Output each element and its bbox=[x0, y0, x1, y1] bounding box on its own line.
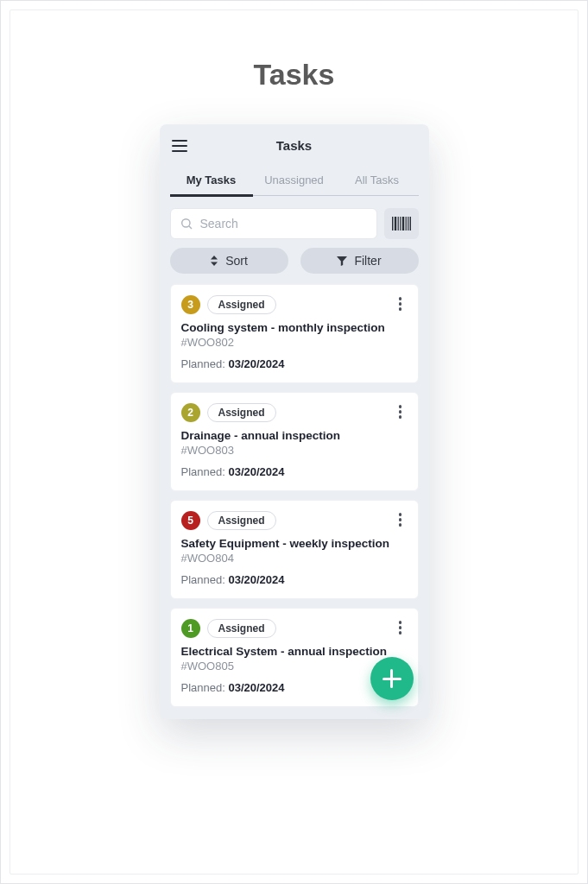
svg-rect-9 bbox=[409, 217, 410, 230]
task-id: #WOO802 bbox=[181, 336, 408, 349]
task-card-header: 2Assigned bbox=[181, 403, 408, 422]
status-chip: Assigned bbox=[207, 403, 276, 422]
planned-label: Planned: bbox=[181, 465, 229, 478]
task-card[interactable]: 5AssignedSafety Equipment - weekly inspe… bbox=[170, 500, 419, 599]
task-title: Drainage - annual inspection bbox=[181, 429, 408, 442]
kebab-menu-button[interactable] bbox=[392, 511, 409, 528]
task-card-header: 1Assigned bbox=[181, 619, 408, 638]
kebab-menu-button[interactable] bbox=[392, 619, 409, 636]
search-row bbox=[160, 196, 429, 248]
planned-label: Planned: bbox=[181, 681, 229, 694]
filter-icon bbox=[337, 256, 347, 266]
planned-label: Planned: bbox=[181, 357, 229, 370]
tab-bar: My Tasks Unassigned All Tasks bbox=[170, 167, 419, 196]
task-card[interactable]: 3AssignedCooling system - monthly inspec… bbox=[170, 284, 419, 383]
priority-badge: 5 bbox=[181, 511, 200, 530]
planned-date: 03/20/2024 bbox=[228, 465, 284, 478]
search-box[interactable] bbox=[170, 208, 377, 239]
sort-button[interactable]: Sort bbox=[170, 248, 288, 274]
barcode-button[interactable] bbox=[384, 208, 419, 239]
search-input[interactable] bbox=[200, 217, 368, 230]
task-planned: Planned: 03/20/2024 bbox=[181, 465, 408, 478]
svg-point-0 bbox=[181, 219, 189, 227]
sort-icon bbox=[210, 256, 218, 266]
kebab-menu-button[interactable] bbox=[392, 403, 409, 420]
svg-rect-4 bbox=[397, 217, 398, 230]
phone-frame: Tasks My Tasks Unassigned All Tasks bbox=[160, 124, 429, 719]
planned-date: 03/20/2024 bbox=[228, 573, 284, 586]
search-icon bbox=[180, 217, 193, 230]
app-title: Tasks bbox=[172, 138, 417, 153]
task-planned: Planned: 03/20/2024 bbox=[181, 573, 408, 586]
priority-badge: 2 bbox=[181, 403, 200, 422]
add-task-fab[interactable] bbox=[370, 657, 414, 700]
app-header: Tasks bbox=[160, 124, 429, 161]
svg-rect-8 bbox=[408, 217, 408, 230]
status-chip: Assigned bbox=[207, 619, 276, 638]
task-id: #WOO804 bbox=[181, 552, 408, 565]
task-id: #WOO803 bbox=[181, 444, 408, 457]
priority-badge: 3 bbox=[181, 295, 200, 314]
kebab-icon bbox=[399, 410, 402, 414]
svg-line-1 bbox=[189, 226, 192, 229]
planned-date: 03/20/2024 bbox=[228, 681, 284, 694]
task-title: Cooling system - monthly inspection bbox=[181, 321, 408, 334]
sort-filter-row: Sort Filter bbox=[160, 248, 429, 284]
sort-label: Sort bbox=[225, 254, 248, 268]
svg-marker-12 bbox=[337, 256, 347, 266]
tab-my-tasks[interactable]: My Tasks bbox=[170, 167, 253, 195]
kebab-icon bbox=[399, 626, 402, 629]
tab-unassigned[interactable]: Unassigned bbox=[253, 167, 336, 195]
barcode-icon bbox=[392, 217, 411, 230]
svg-marker-11 bbox=[211, 262, 218, 267]
svg-rect-7 bbox=[405, 217, 406, 230]
task-title: Safety Equipment - weekly inspection bbox=[181, 537, 408, 550]
filter-label: Filter bbox=[354, 254, 381, 268]
task-card-header: 5Assigned bbox=[181, 511, 408, 530]
priority-badge: 1 bbox=[181, 619, 200, 638]
task-list: 3AssignedCooling system - monthly inspec… bbox=[160, 284, 429, 707]
task-title: Electrical System - annual inspection bbox=[181, 645, 408, 658]
status-chip: Assigned bbox=[207, 295, 276, 314]
kebab-icon bbox=[399, 518, 402, 521]
planned-label: Planned: bbox=[181, 573, 229, 586]
svg-marker-10 bbox=[211, 256, 218, 260]
task-card-header: 3Assigned bbox=[181, 295, 408, 314]
kebab-icon bbox=[399, 302, 402, 306]
status-chip: Assigned bbox=[207, 511, 276, 530]
svg-rect-6 bbox=[401, 217, 403, 230]
svg-rect-3 bbox=[394, 217, 395, 230]
task-planned: Planned: 03/20/2024 bbox=[181, 357, 408, 370]
planned-date: 03/20/2024 bbox=[228, 357, 284, 370]
tab-all-tasks[interactable]: All Tasks bbox=[336, 167, 419, 195]
svg-rect-2 bbox=[392, 217, 393, 230]
task-card[interactable]: 2AssignedDrainage - annual inspection#WO… bbox=[170, 392, 419, 491]
svg-rect-5 bbox=[400, 217, 401, 230]
kebab-menu-button[interactable] bbox=[392, 295, 409, 313]
filter-button[interactable]: Filter bbox=[300, 248, 419, 274]
page-heading: Tasks bbox=[254, 58, 335, 92]
